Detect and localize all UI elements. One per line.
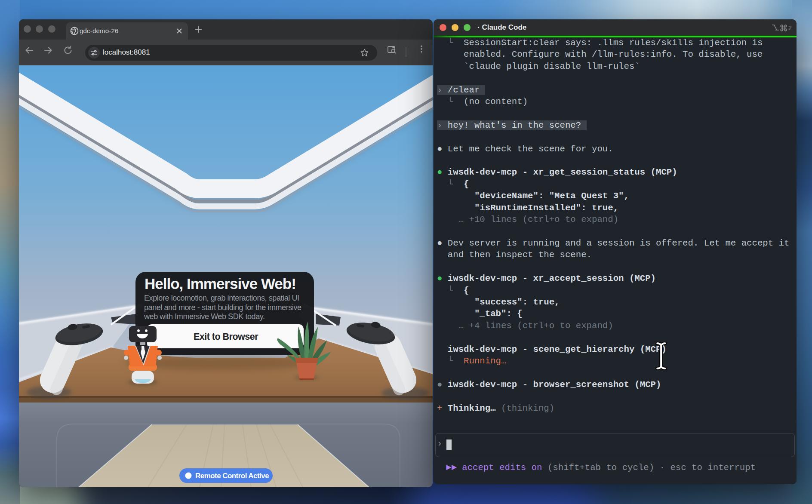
svg-text:Hello, Immersive Web!: Hello, Immersive Web! [145, 275, 296, 292]
svg-text:2: 2 [788, 25, 792, 31]
svg-text:Exit to Browser: Exit to Browser [194, 332, 258, 342]
svg-text:Remote Control Active: Remote Control Active [195, 472, 269, 480]
